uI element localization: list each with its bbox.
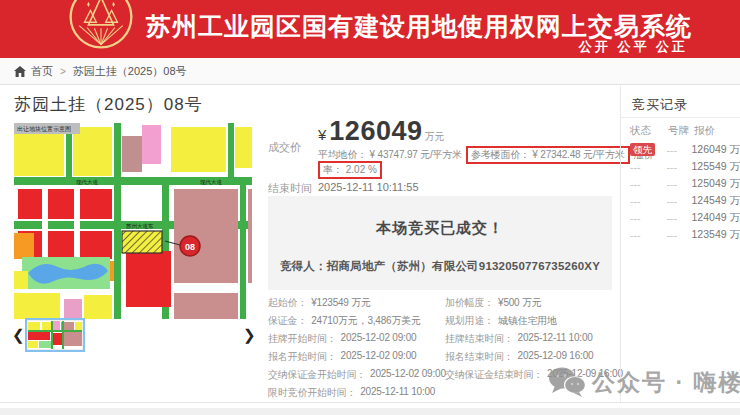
plot-location-map[interactable]: 08 现代大道 现代大道 苏州大道东 出让地块位置示意图 bbox=[14, 123, 252, 319]
bid-records-title: 竞买记录 bbox=[632, 96, 688, 114]
bid-plate: --- bbox=[667, 212, 692, 224]
content-bottom-divider bbox=[0, 402, 740, 403]
detail-label: 报名开始时间： bbox=[268, 350, 337, 364]
detail-value: 2025-12-02 09:00 bbox=[341, 332, 417, 346]
bid-plate: --- bbox=[667, 229, 692, 241]
carousel-next-icon[interactable]: ❯ bbox=[243, 326, 256, 344]
bid-records-table: 状态 号牌 报价 领先 --- 126049 万 --- --- 125549 … bbox=[630, 123, 740, 243]
col-price: 报价 bbox=[694, 124, 715, 138]
leading-badge: 领先 bbox=[630, 143, 655, 156]
currency-symbol: ¥ bbox=[318, 126, 326, 143]
page: 苏州工业园区国有建设用地使用权网上交易系统 公开 公平 公正 首页 > 苏园土挂… bbox=[0, 0, 740, 415]
auction-result-headline: 本场竞买已成交！ bbox=[268, 219, 612, 238]
site-slogan: 公开 公平 公正 bbox=[579, 38, 688, 56]
detail-label: 挂牌结束时间： bbox=[445, 332, 514, 346]
avg-land-price: 平均地价： ¥ 43747.97 元/平方米 bbox=[318, 148, 462, 162]
detail-label: 报名结束时间： bbox=[445, 350, 514, 364]
detail-label: 起始价： bbox=[268, 296, 307, 310]
bid-status: --- bbox=[630, 229, 667, 241]
bid-row: --- --- 125549 万 bbox=[630, 158, 740, 175]
detail-value: 2025-12-02 09:00 bbox=[370, 368, 446, 382]
bid-price: 125049 万 bbox=[692, 177, 740, 191]
premium-rate-annotation: 率： 2.02 % bbox=[318, 161, 382, 179]
bid-price: 123549 万 bbox=[692, 228, 740, 242]
detail-label: 交纳保证金结束时间： bbox=[445, 368, 543, 382]
watermark: 公众号 · 嗨楼 bbox=[548, 366, 740, 398]
detail-row: 报名开始时间：2025-12-02 09:00 报名结束时间：2025-12-0… bbox=[268, 348, 628, 366]
detail-value: ¥500 万元 bbox=[498, 296, 542, 310]
footer-strip bbox=[0, 408, 740, 415]
col-plate: 号牌 bbox=[668, 124, 694, 138]
breadcrumb: 首页 > 苏园土挂（2025）08号 bbox=[0, 58, 740, 85]
subject-plot-shape bbox=[122, 231, 162, 253]
bid-price: 126049 万 bbox=[692, 143, 740, 157]
bid-plate: --- bbox=[667, 144, 692, 156]
bid-price: 124549 万 bbox=[692, 194, 740, 208]
bid-status: --- bbox=[630, 178, 667, 190]
bid-row: --- --- 124049 万 bbox=[630, 209, 740, 226]
map-caption: 出让地块位置示意图 bbox=[17, 125, 71, 133]
watermark-text: 公众号 · 嗨楼 bbox=[592, 367, 740, 398]
road-label: 现代大道 bbox=[76, 179, 99, 186]
detail-value: 2025-12-02 09:00 bbox=[341, 350, 417, 364]
bid-plate: --- bbox=[667, 195, 692, 207]
map-thumbnail[interactable] bbox=[25, 318, 85, 352]
bid-plate: --- bbox=[667, 161, 692, 173]
detail-value: 2025-12-09 16:00 bbox=[518, 350, 594, 364]
bid-records-title-divider bbox=[621, 117, 740, 118]
page-title: 苏园土挂（2025）08号 bbox=[14, 93, 203, 116]
end-time-label: 结束时间 bbox=[268, 181, 312, 196]
detail-label: 限时竞价开始时间： bbox=[268, 386, 356, 400]
detail-value: 城镇住宅用地 bbox=[498, 314, 557, 328]
deal-price-value: 126049 bbox=[329, 116, 422, 147]
bid-row: --- --- 124549 万 bbox=[630, 192, 740, 209]
app-header: 苏州工业园区国有建设用地使用权网上交易系统 公开 公平 公正 bbox=[0, 0, 740, 58]
premium-rate-line: 率： 2.02 % bbox=[318, 161, 386, 179]
home-icon bbox=[14, 66, 26, 77]
road-label: 苏州大道东 bbox=[126, 223, 154, 229]
detail-row: 起始价：¥123549 万元 加价幅度：¥500 万元 bbox=[268, 294, 628, 312]
detail-label: 加价幅度： bbox=[445, 296, 494, 310]
bid-status: --- bbox=[630, 212, 667, 224]
detail-label: 挂牌开始时间： bbox=[268, 332, 337, 346]
sidebar-divider bbox=[620, 86, 621, 402]
map-thumbnail-image bbox=[28, 321, 82, 349]
end-time-value: 2025-12-11 10:11:55 bbox=[318, 181, 419, 193]
bid-plate: --- bbox=[667, 178, 692, 190]
bid-price: 125549 万 bbox=[692, 160, 740, 174]
detail-value: 24710万元，3,486万美元 bbox=[311, 314, 421, 328]
wechat-bubbles-icon bbox=[548, 366, 586, 398]
auction-result-panel: 本场竞买已成交！ 竞得人：招商局地产（苏州）有限公司91320507767352… bbox=[268, 196, 612, 290]
bid-row: --- --- 125049 万 bbox=[630, 175, 740, 192]
deal-price-unit: 万元 bbox=[424, 130, 444, 144]
bid-row: 领先 --- 126049 万 bbox=[630, 141, 740, 158]
ref-floor-price-annotation: 参考楼面价： ¥ 27342.48 元/平方米 bbox=[466, 146, 630, 164]
deal-price: ¥ 126049 万元 bbox=[318, 116, 444, 147]
detail-label: 规划用途： bbox=[445, 314, 494, 328]
road-label: 现代大道 bbox=[200, 179, 223, 186]
bid-table-header: 状态 号牌 报价 bbox=[630, 123, 740, 139]
bid-row: --- --- 123549 万 bbox=[630, 226, 740, 243]
auction-winner: 竞得人：招商局地产（苏州）有限公司9132050776735260XY bbox=[268, 259, 612, 274]
bid-status: --- bbox=[630, 161, 667, 173]
breadcrumb-separator: > bbox=[58, 66, 68, 77]
plot-marker-label: 08 bbox=[185, 242, 195, 252]
bid-status: --- bbox=[630, 195, 667, 207]
col-status: 状态 bbox=[630, 124, 668, 138]
detail-value: 2025-12-11 10:00 bbox=[518, 332, 593, 346]
detail-label: 保证金： bbox=[268, 314, 307, 328]
detail-value: 2025-12-11 10:00 bbox=[360, 386, 435, 400]
detail-value: ¥123549 万元 bbox=[311, 296, 371, 310]
detail-row: 保证金：24710万元，3,486万美元 规划用途：城镇住宅用地 bbox=[268, 312, 628, 330]
site-logo-icon bbox=[68, 0, 134, 50]
detail-label: 交纳保证金开始时间： bbox=[268, 368, 366, 382]
deal-price-label: 成交价 bbox=[268, 140, 301, 155]
detail-row: 挂牌开始时间：2025-12-02 09:00 挂牌结束时间：2025-12-1… bbox=[268, 330, 628, 348]
carousel-prev-icon[interactable]: ❮ bbox=[12, 326, 25, 344]
breadcrumb-current: 苏园土挂（2025）08号 bbox=[73, 64, 187, 79]
breadcrumb-home-link[interactable]: 首页 bbox=[31, 64, 53, 79]
bid-price: 124049 万 bbox=[692, 211, 740, 225]
